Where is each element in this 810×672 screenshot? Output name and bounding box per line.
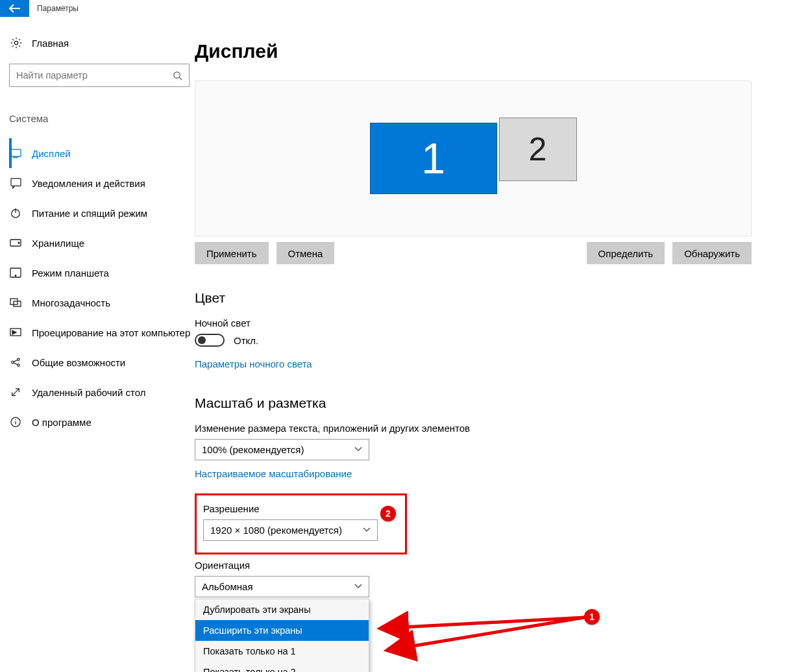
option-extend[interactable]: Расширить эти экраны — [195, 620, 369, 641]
resolution-dropdown[interactable]: 1920 × 1080 (рекомендуется) — [203, 519, 378, 541]
svg-point-10 — [18, 242, 19, 243]
svg-line-19 — [14, 360, 17, 362]
option-duplicate[interactable]: Дублировать эти экраны — [195, 599, 369, 620]
search-input[interactable] — [16, 70, 173, 81]
night-light-settings-link[interactable]: Параметры ночного света — [195, 358, 312, 369]
sidebar-item-remote[interactable]: Удаленный рабочий стол — [9, 377, 195, 407]
tablet-icon — [10, 267, 21, 279]
info-icon — [10, 416, 21, 428]
search-icon — [173, 71, 182, 81]
toggle-knob — [198, 336, 206, 344]
sidebar-item-label: Уведомления и действия — [32, 178, 145, 189]
svg-point-18 — [18, 364, 20, 367]
notification-icon — [10, 177, 21, 189]
project-icon — [10, 327, 21, 338]
sidebar-item-label: Общие возможности — [32, 357, 125, 368]
sidebar-item-display[interactable]: Дисплей — [9, 138, 195, 168]
cancel-button[interactable]: Отмена — [276, 242, 335, 264]
textscale-value: 100% (рекомендуется) — [202, 444, 304, 455]
textscale-dropdown[interactable]: 100% (рекомендуется) — [195, 439, 369, 460]
svg-point-16 — [12, 361, 14, 364]
apply-button[interactable]: Применить — [195, 242, 269, 264]
sidebar-item-label: Проецирование на этот компьютер — [32, 327, 190, 338]
detect-button[interactable]: Обнаружить — [672, 242, 752, 264]
night-light-label: Ночной свет — [195, 317, 752, 329]
sidebar-item-about[interactable]: О программе — [9, 407, 195, 437]
textscale-label: Изменение размера текста, приложений и д… — [195, 423, 752, 434]
option-show-only-1[interactable]: Показать только на 1 — [195, 641, 369, 662]
sidebar-item-shared[interactable]: Общие возможности — [9, 347, 195, 377]
identify-button[interactable]: Определить — [587, 242, 665, 264]
back-arrow-icon — [9, 4, 21, 13]
sidebar-item-tablet[interactable]: Режим планшета — [9, 258, 195, 288]
monitor-2[interactable]: 2 — [499, 118, 577, 181]
svg-line-20 — [14, 363, 17, 365]
sidebar-item-label: Дисплей — [32, 148, 71, 159]
page-title: Дисплей — [195, 40, 752, 62]
night-light-toggle[interactable] — [195, 334, 225, 347]
main-content: Дисплей 1 2 Применить Отмена Определить … — [195, 17, 810, 672]
monitor-1[interactable]: 1 — [370, 123, 497, 194]
svg-point-24 — [15, 419, 16, 420]
sidebar: Главная Система Дисплей Уведомления и де… — [0, 17, 195, 672]
sidebar-item-project[interactable]: Проецирование на этот компьютер — [9, 317, 195, 347]
home-label: Главная — [32, 38, 69, 49]
custom-scaling-link[interactable]: Настраиваемое масштабирование — [195, 468, 352, 479]
svg-line-21 — [12, 389, 19, 396]
sidebar-item-label: Режим планшета — [32, 268, 109, 279]
monitor-2-number: 2 — [529, 131, 547, 168]
chevron-down-icon — [354, 581, 362, 592]
sidebar-item-multitask[interactable]: Многозадачность — [9, 288, 195, 317]
power-icon — [10, 207, 21, 219]
svg-line-3 — [179, 77, 182, 80]
orientation-dropdown[interactable]: Альбомная — [195, 576, 369, 597]
title-bar: Параметры — [0, 0, 810, 17]
remote-icon — [10, 386, 21, 398]
app-title: Параметры — [29, 0, 79, 17]
storage-icon — [10, 237, 21, 249]
monitor-icon — [10, 147, 21, 159]
chevron-down-icon — [363, 525, 371, 536]
annotation-badge-2: 2 — [380, 506, 396, 521]
back-button[interactable] — [0, 0, 29, 17]
monitor-1-number: 1 — [421, 134, 445, 183]
search-input-wrap[interactable] — [9, 64, 190, 87]
annotation-badge-1: 1 — [584, 609, 600, 625]
orientation-label: Ориентация — [195, 560, 752, 571]
display-arrangement[interactable]: 1 2 — [195, 81, 752, 236]
svg-point-12 — [15, 275, 16, 277]
resolution-label: Разрешение — [203, 503, 399, 514]
sidebar-item-label: Хранилище — [32, 238, 84, 249]
chevron-down-icon — [354, 444, 362, 455]
resolution-callout: 2 Разрешение 1920 × 1080 (рекомендуется) — [195, 493, 407, 554]
orientation-value: Альбомная — [202, 581, 253, 592]
sidebar-item-notifications[interactable]: Уведомления и действия — [9, 168, 195, 198]
svg-rect-4 — [10, 149, 21, 156]
sidebar-item-storage[interactable]: Хранилище — [9, 228, 195, 258]
svg-point-17 — [18, 358, 20, 361]
option-show-only-2[interactable]: Показать только на 2 — [195, 662, 369, 672]
svg-point-2 — [174, 71, 180, 77]
sidebar-item-label: Многозадачность — [32, 297, 110, 308]
sidebar-section-title: Система — [9, 113, 195, 124]
multiple-displays-popup: Дублировать эти экраны Расширить эти экр… — [195, 599, 369, 672]
multitask-icon — [10, 297, 21, 308]
sidebar-item-power[interactable]: Питание и спящий режим — [9, 198, 195, 228]
home-button[interactable]: Главная — [9, 36, 195, 49]
shared-icon — [10, 356, 21, 368]
night-light-state: Откл. — [234, 335, 258, 346]
color-section-heading: Цвет — [195, 290, 752, 306]
sidebar-item-label: Удаленный рабочий стол — [32, 387, 145, 398]
svg-point-1 — [14, 41, 18, 44]
sidebar-item-label: О программе — [32, 417, 92, 428]
scale-section-heading: Масштаб и разметка — [195, 395, 752, 411]
sidebar-item-label: Питание и спящий режим — [32, 208, 147, 219]
resolution-value: 1920 × 1080 (рекомендуется) — [210, 525, 342, 536]
gear-icon — [10, 36, 23, 49]
svg-rect-6 — [10, 178, 20, 185]
